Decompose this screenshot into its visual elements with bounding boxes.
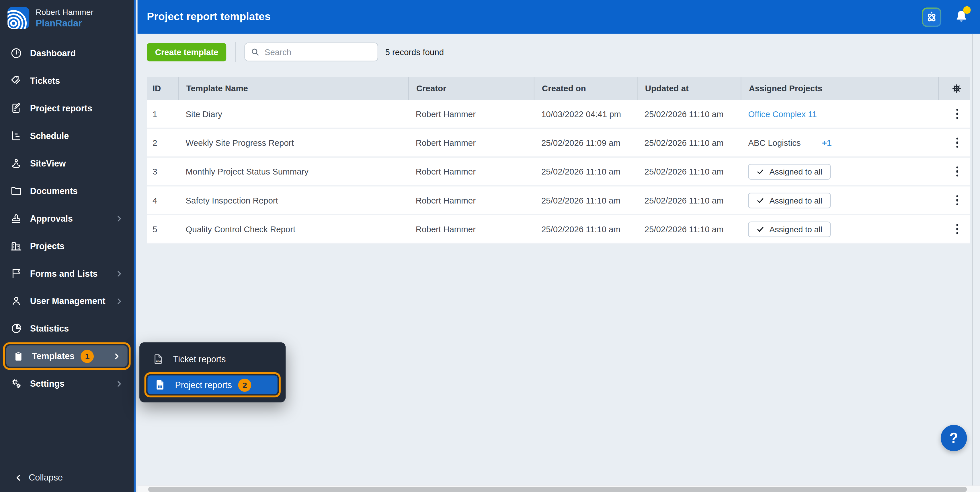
brand-name: PlanRadar (35, 18, 94, 29)
cell-updated-at: 25/02/2026 11:10 am (637, 158, 741, 185)
user-name: Robert Hammer (35, 7, 94, 18)
sidebar-item-templates[interactable]: Templates 1 (6, 345, 127, 367)
ai-assistant-button[interactable] (922, 7, 942, 27)
cell-id: 1 (147, 100, 178, 128)
sidebar-nav: Dashboard Tickets Project reports (0, 35, 134, 397)
row-menu-kebab-icon[interactable] (953, 164, 961, 179)
sidebar-item-label: Projects (30, 241, 65, 251)
sidebar-item-label: Schedule (30, 131, 69, 141)
gears-icon (10, 377, 23, 390)
chevron-right-icon (112, 351, 121, 361)
table-row[interactable]: 3 Monthly Project Status Summary Robert … (147, 158, 970, 186)
horizontal-scrollbar-thumb[interactable] (148, 487, 967, 492)
templates-submenu: PDF Ticket reports Project reports 2 (139, 342, 286, 402)
cell-creator: Robert Hammer (408, 215, 534, 243)
sidebar-item-siteview[interactable]: SiteView (0, 150, 134, 177)
step-badge-2: 2 (238, 378, 251, 391)
stamp-icon (10, 212, 23, 225)
pdf-document-icon: PDF (152, 353, 165, 366)
table-row[interactable]: 2 Weekly Site Progress Report Robert Ham… (147, 129, 970, 158)
chevron-left-icon (14, 473, 23, 482)
user-block[interactable]: Robert Hammer PlanRadar (0, 0, 134, 35)
cell-updated-at: 25/02/2026 11:10 am (637, 129, 741, 157)
cell-id: 3 (147, 158, 178, 185)
sidebar-item-label: Templates (32, 351, 75, 361)
pie-chart-icon (10, 323, 23, 335)
sidebar-item-projects[interactable]: Projects (0, 232, 134, 260)
sidebar-item-tickets[interactable]: Tickets (0, 67, 134, 94)
project-reports-highlight-ring: Project reports 2 (145, 372, 281, 397)
chevron-right-icon (115, 296, 124, 306)
sidebar-item-forms-and-lists[interactable]: Forms and Lists (0, 260, 134, 288)
table-row[interactable]: 1 Site Diary Robert Hammer 10/03/2022 04… (147, 100, 970, 129)
sidebar-item-user-management[interactable]: User Management (0, 288, 134, 315)
row-menu-kebab-icon[interactable] (953, 193, 961, 208)
templates-highlight-ring: Templates 1 (3, 342, 131, 370)
cell-creator: Robert Hammer (408, 100, 534, 128)
assigned-more-link[interactable]: +1 (822, 138, 832, 147)
column-header-created-on: Created on (534, 77, 637, 100)
submenu-item-label: Project reports (175, 380, 232, 390)
app-window: Robert Hammer PlanRadar Dashboard Ticket… (0, 0, 980, 492)
cell-template-name: Weekly Site Progress Report (178, 129, 408, 157)
ai-assistant-icon (924, 10, 939, 24)
spreadsheet-document-icon (154, 379, 166, 391)
assigned-to-all-button[interactable]: Assigned to all (748, 164, 830, 179)
help-button[interactable]: ? (941, 425, 967, 451)
sidebar-item-label: User Management (30, 296, 105, 306)
submenu-item-label: Ticket reports (173, 354, 226, 364)
sidebar-item-label: Dashboard (30, 48, 76, 58)
main-content: Create template 5 records found ID Templ… (138, 34, 980, 492)
sidebar-item-label: SiteView (30, 158, 66, 168)
cell-template-name: Safety Inspection Report (178, 187, 408, 214)
check-icon (756, 167, 764, 176)
submenu-item-project-reports[interactable]: Project reports 2 (147, 375, 277, 394)
cell-created-on: 25/02/2026 11:09 am (534, 129, 637, 157)
toolbar-divider (235, 42, 236, 62)
assigned-to-all-button[interactable]: Assigned to all (748, 221, 830, 237)
cell-created-on: 25/02/2026 11:10 am (534, 215, 637, 243)
sidebar-item-approvals[interactable]: Approvals (0, 204, 134, 232)
sidebar: Robert Hammer PlanRadar Dashboard Ticket… (0, 0, 135, 492)
cell-template-name: Monthly Project Status Summary (178, 158, 408, 185)
sidebar-item-project-reports[interactable]: Project reports (0, 94, 134, 122)
search-icon (250, 47, 260, 57)
sidebar-item-dashboard[interactable]: Dashboard (0, 39, 134, 67)
table-row[interactable]: 5 Quality Control Check Report Robert Ha… (147, 215, 970, 244)
submenu-item-ticket-reports[interactable]: PDF Ticket reports (145, 347, 281, 371)
cell-updated-at: 25/02/2026 11:10 am (637, 100, 741, 128)
row-menu-kebab-icon[interactable] (953, 135, 961, 150)
cell-updated-at: 25/02/2026 11:10 am (637, 187, 741, 214)
sidebar-item-label: Settings (30, 379, 65, 389)
cell-template-name: Quality Control Check Report (178, 215, 408, 243)
sidebar-item-label: Approvals (30, 213, 73, 223)
sidebar-item-statistics[interactable]: Statistics (0, 315, 134, 342)
dashboard-icon (10, 47, 23, 60)
templates-table: ID Template Name Creator Created on Upda… (147, 77, 970, 244)
sidebar-item-documents[interactable]: Documents (0, 177, 134, 204)
row-menu-kebab-icon[interactable] (953, 221, 961, 236)
collapse-label: Collapse (29, 473, 63, 482)
assigned-project-text: ABC Logistics (748, 138, 800, 147)
assigned-to-all-button[interactable]: Assigned to all (748, 192, 830, 208)
cell-creator: Robert Hammer (408, 187, 534, 214)
sidebar-item-label: Tickets (30, 76, 60, 86)
chevron-right-icon (115, 214, 124, 223)
table-row[interactable]: 4 Safety Inspection Report Robert Hammer… (147, 187, 970, 215)
cell-created-on: 10/03/2022 04:41 pm (534, 100, 637, 128)
assigned-project-link[interactable]: Office Complex 11 (748, 109, 816, 118)
create-template-button[interactable]: Create template (147, 43, 226, 61)
chevron-right-icon (115, 379, 124, 388)
row-menu-kebab-icon[interactable] (953, 106, 961, 121)
sidebar-collapse-button[interactable]: Collapse (0, 463, 134, 492)
gantt-icon (10, 129, 23, 142)
person-pin-icon (10, 157, 23, 169)
table-header-row: ID Template Name Creator Created on Upda… (147, 77, 970, 100)
cell-id: 4 (147, 187, 178, 214)
page-title: Project report templates (138, 11, 270, 23)
sidebar-item-settings[interactable]: Settings (0, 370, 134, 397)
notifications-button[interactable] (953, 8, 970, 26)
sidebar-item-schedule[interactable]: Schedule (0, 122, 134, 150)
table-settings-gear-icon[interactable] (951, 83, 962, 94)
search-input[interactable] (245, 43, 379, 61)
